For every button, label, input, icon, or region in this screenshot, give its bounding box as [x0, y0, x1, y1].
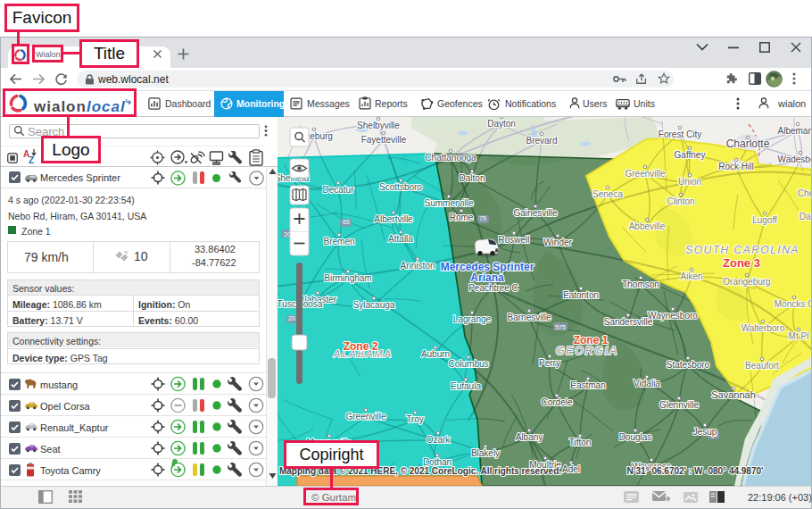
- svg-text:Rock Hill: Rock Hill: [718, 162, 753, 171]
- svg-text:N 31° 06.6702' : W -080° 44.98: N 31° 06.6702' : W -080° 44.9870': [627, 466, 764, 476]
- svg-text:Eufaula: Eufaula: [451, 381, 481, 391]
- svg-text:Shelbyville: Shelbyville: [357, 121, 400, 130]
- svg-text:Douglas: Douglas: [619, 432, 652, 442]
- svg-text:Lugoff: Lugoff: [752, 215, 777, 225]
- svg-text:Auburn: Auburn: [421, 349, 450, 359]
- svg-text:Albertville: Albertville: [374, 214, 413, 224]
- svg-text:Statesboro: Statesboro: [667, 360, 710, 370]
- svg-text:20: 20: [288, 315, 295, 321]
- svg-text:Anniston: Anniston: [401, 261, 435, 271]
- svg-text:Troy: Troy: [406, 414, 424, 424]
- svg-text:Gaffney: Gaffney: [675, 150, 706, 160]
- svg-text:Ariana: Ariana: [470, 271, 504, 284]
- svg-text:Fayetteville: Fayetteville: [361, 135, 407, 145]
- svg-text:Adel: Adel: [562, 464, 580, 474]
- svg-text:Savannah: Savannah: [711, 389, 756, 400]
- svg-text:Mt Pl: Mt Pl: [789, 331, 809, 341]
- svg-text:Greenville: Greenville: [625, 169, 665, 179]
- svg-text:Brevard: Brevard: [526, 136, 557, 146]
- svg-text:Roswell: Roswell: [498, 235, 529, 245]
- svg-text:Orangeburg: Orangeburg: [723, 277, 770, 287]
- svg-text:Peachtree C: Peachtree C: [468, 283, 518, 293]
- svg-text:Lagrange: Lagrange: [453, 314, 492, 324]
- svg-text:Forest City: Forest City: [659, 129, 701, 139]
- svg-text:Vidalia: Vidalia: [634, 379, 660, 388]
- svg-text:Albany: Albany: [516, 432, 543, 442]
- svg-text:Moncks C: Moncks C: [775, 299, 811, 309]
- svg-text:Bremen: Bremen: [323, 237, 354, 246]
- svg-text:Zone 3: Zone 3: [723, 256, 760, 270]
- svg-text:Blakely: Blakely: [471, 448, 500, 458]
- svg-text:Scottsboro: Scottsboro: [379, 182, 422, 192]
- svg-text:Eastman: Eastman: [570, 380, 605, 390]
- svg-text:Clinton: Clinton: [667, 196, 694, 206]
- svg-text:Ozark: Ozark: [427, 435, 452, 445]
- svg-text:Union: Union: [678, 177, 701, 187]
- svg-text:Albemarle: Albemarle: [777, 126, 811, 136]
- svg-text:Zone 1: Zone 1: [574, 334, 609, 346]
- svg-text:Decatur: Decatur: [322, 185, 354, 195]
- svg-text:Charlotte: Charlotte: [726, 138, 770, 150]
- svg-text:65: 65: [343, 219, 350, 225]
- svg-text:Greenville: Greenville: [345, 412, 385, 421]
- svg-text:575: 575: [555, 324, 566, 330]
- svg-text:Thomson: Thomson: [622, 280, 659, 289]
- svg-text:Jesup: Jesup: [693, 427, 717, 437]
- svg-text:Rome: Rome: [450, 213, 474, 222]
- svg-text:Wadesboro: Wadesboro: [778, 154, 811, 164]
- svg-text:Sylacauga: Sylacauga: [353, 300, 395, 310]
- svg-text:Tifton: Tifton: [569, 438, 592, 447]
- svg-text:Zone 2: Zone 2: [344, 340, 378, 353]
- svg-text:Beaufort: Beaufort: [745, 361, 779, 371]
- svg-text:Dayton: Dayton: [487, 119, 516, 129]
- svg-text:Birmingham: Birmingham: [324, 273, 371, 283]
- svg-text:GEORGIA: GEORGIA: [556, 345, 618, 357]
- svg-text:Attalla: Attalla: [388, 234, 413, 244]
- svg-text:Sandersville: Sandersville: [604, 317, 653, 327]
- svg-text:Summerville: Summerville: [424, 198, 473, 208]
- svg-text:Perry: Perry: [539, 358, 560, 368]
- svg-text:Waynesboro: Waynesboro: [648, 311, 698, 321]
- svg-text:Seneca: Seneca: [592, 189, 623, 199]
- svg-text:Chattanooga: Chattanooga: [425, 153, 476, 163]
- svg-text:Walterboro: Walterboro: [742, 323, 785, 333]
- svg-text:SOUTH CAROLINA: SOUTH CAROLINA: [685, 244, 800, 256]
- svg-text:Che: Che: [798, 188, 811, 198]
- svg-text:Abbeville: Abbeville: [629, 221, 666, 231]
- svg-text:Winder: Winder: [543, 238, 572, 247]
- svg-text:Aiken: Aiken: [680, 271, 702, 281]
- svg-text:Eatonton: Eatonton: [563, 290, 599, 300]
- svg-text:Barnesville: Barnesville: [508, 313, 551, 322]
- svg-text:Cordele: Cordele: [541, 397, 572, 407]
- svg-text:Columbus: Columbus: [448, 359, 488, 369]
- svg-text:Darl: Darl: [800, 212, 811, 221]
- svg-text:Dalton: Dalton: [460, 173, 485, 183]
- svg-text:Glennville: Glennville: [659, 400, 699, 410]
- svg-text:75: 75: [479, 215, 486, 221]
- svg-text:Gainesville: Gainesville: [514, 208, 558, 218]
